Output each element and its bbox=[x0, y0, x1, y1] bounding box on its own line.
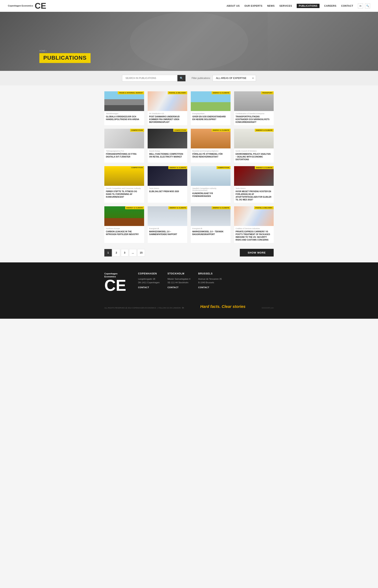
footer-doooor: DOOOOR.com bbox=[262, 307, 274, 309]
pub-title-10: KUNDRÖRLIGHET PÅ FONDMARKNADEN bbox=[192, 192, 229, 198]
publication-card-4[interactable]: COMPETITION Tidningsutgivarna (TU) FÖRHA… bbox=[104, 129, 144, 163]
footer-tagline: Hard facts. Clear stories bbox=[200, 304, 245, 309]
header: Copenhagen Economics CE ABOUT US OUR EXP… bbox=[0, 0, 378, 12]
pub-title-8: FØRER STØTTE TIL FITNESS OG DANS TIL FOR… bbox=[106, 190, 143, 199]
nav-experts[interactable]: OUR EXPERTS bbox=[244, 4, 262, 7]
publication-card-8[interactable]: COMPETITION Danish Competition and Consu… bbox=[104, 166, 144, 203]
search-button[interactable]: 🔍 bbox=[177, 75, 186, 81]
footer-address-3: Avenue de Tervueren 35 B-1040 Brussels bbox=[198, 277, 222, 284]
filter-wrapper: ALL AREAS OF EXPERTISE ▾ bbox=[213, 75, 256, 81]
page-2-button[interactable]: 2 bbox=[113, 249, 120, 256]
pub-image-8: COMPETITION bbox=[104, 166, 144, 186]
pub-client-15: Coalition of Services Industries bbox=[236, 227, 272, 229]
footer-logo-initials: CE bbox=[104, 278, 126, 293]
search-input[interactable] bbox=[122, 75, 177, 81]
nav-careers[interactable]: CAREERS bbox=[324, 4, 337, 7]
breadcrumb: HOME › bbox=[39, 50, 91, 52]
pub-tag-2: ENERGY & CLIMATE bbox=[212, 91, 230, 94]
footer-copyright-area: ALL RIGHTS RESERVED @ 2014 COPENHAGEN EC… bbox=[104, 307, 184, 309]
pub-tag-11: ENERGY & CLIMATE bbox=[255, 166, 274, 169]
publication-card-12[interactable]: ENERGY & CLIMATE Fertilizers Europe CARB… bbox=[104, 206, 144, 243]
pub-title-1: POST DANMARKS UNDERSKUD KOMMER FRA OMRÅD… bbox=[149, 115, 186, 124]
footer-contact-1[interactable]: CONTACT bbox=[138, 286, 160, 289]
publication-card-2[interactable]: ENERGY & CLIMATE Energistyrelsen GIVER E… bbox=[191, 91, 230, 125]
nav-contact[interactable]: CONTACT bbox=[341, 4, 353, 7]
pub-tag-0: TRADE & INTERNAL MARKET bbox=[118, 91, 144, 94]
pub-body-4: Tidningsutgivarna (TU) FÖRHANDSPRÖVNING … bbox=[104, 148, 144, 160]
pub-title-13: MARKEDSMODEL 2.0 – SAMMENFATENDE RAPPORT bbox=[149, 230, 186, 236]
publication-card-11[interactable]: ENERGY & CLIMATE Tesla Motors HVOR MEGET… bbox=[234, 166, 274, 203]
pub-image-15: POSTAL & DELIVERY bbox=[234, 206, 274, 226]
pub-title-9: ELBILSALGET FREM MOD 2020 bbox=[149, 190, 186, 193]
pub-title-15: PRIVATE EXPRESS CARRIERS' VS POST'S TREA… bbox=[236, 230, 272, 241]
pub-tag-7: ENERGY & CLIMATE bbox=[255, 129, 274, 132]
publications-grid: TRADE & INTERNAL MARKET Teknikföretagen … bbox=[104, 91, 274, 243]
nav-publications[interactable]: PUBLICATIONS bbox=[297, 4, 319, 8]
pub-body-12: Fertilizers Europe CARBON LEAKAGE IN THE… bbox=[104, 226, 144, 237]
publication-card-1[interactable]: POSTAL & DELIVERY PK Distribution A/S PO… bbox=[148, 91, 188, 125]
pub-client-13: Energinet.dk bbox=[149, 227, 186, 229]
pub-tag-1: POSTAL & DELIVERY bbox=[168, 91, 187, 94]
show-more-button[interactable]: SHOW MORE bbox=[240, 249, 274, 256]
page-15-button[interactable]: 15 bbox=[137, 249, 145, 256]
publication-card-0[interactable]: TRADE & INTERNAL MARKET Teknikföretagen … bbox=[104, 91, 144, 125]
pub-image-13: ENERGY & CLIMATE bbox=[148, 206, 188, 226]
pub-title-11: HVOR MEGET PROVENU KOSTER EN FORLÆNGELSE… bbox=[236, 190, 272, 201]
publication-card-7[interactable]: ENERGY & CLIMATE Nordic Council of Minis… bbox=[234, 129, 274, 163]
pub-title-6: FÖRSLAG PÅ STYRMEDEL FÖR ÖKAD RENOVERING… bbox=[192, 153, 229, 158]
nav-news[interactable]: NEWS bbox=[267, 4, 275, 7]
search-icon[interactable]: 🔍 bbox=[365, 3, 370, 8]
pub-client-11: Tesla Motors bbox=[236, 187, 272, 189]
page-ellipsis[interactable]: ... bbox=[129, 249, 137, 256]
pub-body-11: Tesla Motors HVOR MEGET PROVENU KOSTER E… bbox=[234, 186, 274, 203]
pub-title-14: MARKEDSMODEL 2.0 – TEKNISK BAGGRUNDSRAPP… bbox=[192, 230, 229, 236]
footer-contact-2[interactable]: CONTACT bbox=[168, 286, 190, 289]
pub-tag-12: ENERGY & CLIMATE bbox=[125, 206, 144, 209]
footer-col-brussels: BRUSSELS Avenue de Tervueren 35 B-1040 B… bbox=[198, 272, 222, 289]
pub-client-5: Dansk Energi bbox=[149, 150, 186, 152]
publication-card-3[interactable]: TRANSPORT Confederation of Swedish Enter… bbox=[234, 91, 274, 125]
pub-body-6: Boverket and Energimyndigheten FÖRSLAG P… bbox=[191, 148, 230, 160]
svg-point-1 bbox=[130, 12, 248, 71]
linkedin-icon[interactable]: in bbox=[358, 3, 363, 8]
pub-body-5: Dansk Energi WELL FUNCTIONING COMPETITIO… bbox=[148, 148, 188, 160]
pub-image-10: COMPETITION bbox=[191, 166, 230, 186]
page-3-button[interactable]: 3 bbox=[121, 249, 128, 256]
logo-text: Copenhagen Economics bbox=[8, 4, 33, 7]
publication-card-6[interactable]: ENERGY & CLIMATE Boverket and Energimynd… bbox=[191, 129, 230, 163]
hero-overlay: HOME › PUBLICATIONS bbox=[39, 50, 91, 63]
pub-title-3: TRANSPORTPOLITIKENS KOSTNADER OCH NÄRING… bbox=[236, 115, 272, 124]
footer-contact-3[interactable]: CONTACT bbox=[198, 286, 222, 289]
publication-card-9[interactable]: ENERGY & CLIMATE Tesla Motors ELBILSALGE… bbox=[148, 166, 188, 203]
pub-image-5: COMPETITION bbox=[148, 129, 188, 148]
footer-address-2: Mäster Samuelsgatan 4 SE-111 44 Stockhol… bbox=[168, 277, 190, 284]
search-box: 🔍 bbox=[122, 75, 186, 81]
pub-image-9: ENERGY & CLIMATE bbox=[148, 166, 188, 186]
publication-card-10[interactable]: COMPETITION Swedish Competition Authorit… bbox=[191, 166, 230, 203]
page-1-button[interactable]: 1 bbox=[104, 249, 112, 256]
pub-image-7: ENERGY & CLIMATE bbox=[234, 129, 274, 148]
publication-card-15[interactable]: POSTAL & DELIVERY Coalition of Services … bbox=[234, 206, 274, 243]
pub-body-14: Energinet.dk MARKEDSMODEL 2.0 – TEKNISK … bbox=[191, 226, 230, 237]
publication-card-13[interactable]: ENERGY & CLIMATE Energinet.dk MARKEDSMOD… bbox=[148, 206, 188, 243]
footer: Copenhagen Economics CE COPENHAGEN Lange… bbox=[0, 262, 378, 319]
footer-bottom-inner: ALL RIGHTS RESERVED @ 2014 COPENHAGEN EC… bbox=[104, 304, 274, 309]
pub-image-2: ENERGY & CLIMATE bbox=[191, 91, 230, 111]
footer-bottom: ALL RIGHTS RESERVED @ 2014 COPENHAGEN EC… bbox=[8, 300, 370, 313]
pub-image-14: ENERGY & CLIMATE bbox=[191, 206, 230, 226]
pub-body-2: Energistyrelsen GIVER EN GOD ENERGISTAND… bbox=[191, 111, 230, 122]
publication-card-14[interactable]: ENERGY & CLIMATE Energinet.dk MARKEDSMOD… bbox=[191, 206, 230, 243]
nav-about[interactable]: ABOUT US bbox=[227, 4, 240, 7]
pub-body-10: Swedish Competition Authority (Konkurren… bbox=[191, 186, 230, 199]
pub-body-8: Danish Competition and Consumer Authorit… bbox=[104, 186, 144, 200]
footer-address-1: Langebrogade 1B DK-1411 Copenhagen bbox=[138, 277, 160, 284]
hero-section: HOME › PUBLICATIONS bbox=[0, 12, 378, 71]
logo[interactable]: Copenhagen Economics CE bbox=[8, 2, 46, 10]
publication-card-5[interactable]: COMPETITION Dansk Energi WELL FUNCTIONIN… bbox=[148, 129, 188, 163]
nav-services[interactable]: SERVICES bbox=[279, 4, 292, 7]
pub-body-1: PK Distribution A/S POST DANMARKS UNDERS… bbox=[148, 111, 188, 125]
footer-linkedin-link[interactable]: FOLLOW US ON LINKEDIN in bbox=[159, 307, 184, 309]
pub-title-2: GIVER EN GOD ENERGISTANDARD EN HØJERE BO… bbox=[192, 115, 229, 121]
filter-select[interactable]: ALL AREAS OF EXPERTISE bbox=[213, 75, 256, 81]
pub-client-3: Confederation of Swedish Enterprise bbox=[236, 113, 272, 115]
